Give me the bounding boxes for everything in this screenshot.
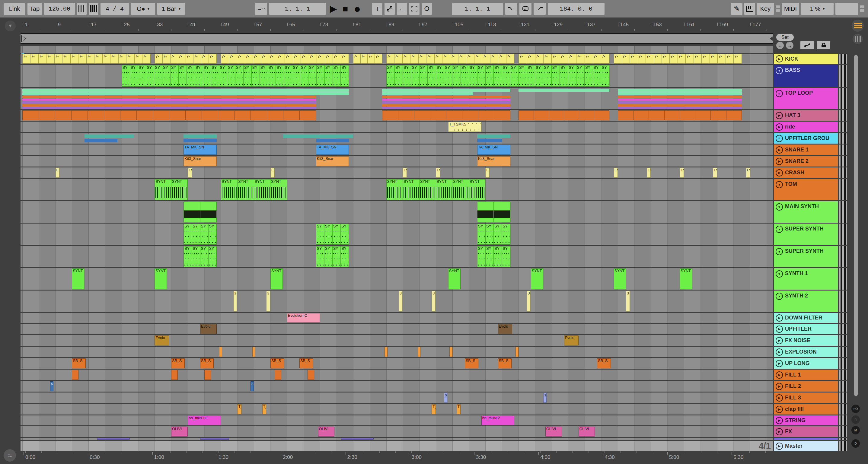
clip-cell[interactable]: SY	[316, 246, 324, 267]
play-icon[interactable]: ▶	[776, 123, 783, 131]
clip[interactable]: SYNT	[448, 268, 461, 289]
lane-fx-noise[interactable]: EvoluEvolu	[21, 335, 773, 346]
clip[interactable]: SYNT	[614, 268, 626, 289]
clip-cell[interactable]: SY	[130, 65, 138, 86]
clip[interactable]: Kit3_Snar	[316, 156, 349, 166]
clip-cell[interactable]	[137, 111, 153, 120]
clip-cell[interactable]: SY	[494, 65, 502, 86]
clip-cell[interactable]: 7-	[585, 54, 593, 63]
clip-cell[interactable]: SY	[333, 246, 341, 267]
track-header-top-loop[interactable]: ≡TOP LOOP	[774, 88, 838, 109]
clip-cell[interactable]: 7-	[134, 54, 143, 63]
clip-cell[interactable]	[695, 111, 711, 120]
clip[interactable]: Evolu	[200, 324, 217, 334]
reenable-automation-button[interactable]: ←	[397, 3, 407, 15]
play-icon[interactable]: ▶	[776, 326, 783, 333]
clip-group[interactable]: SYNTSYNTSYNTSYNTSYNTSYNT	[386, 179, 486, 200]
track-header-collapsed-track[interactable]	[774, 438, 838, 440]
fold-triangle-icon[interactable]: ▼	[776, 226, 783, 233]
clip[interactable]: SB_S	[498, 358, 512, 368]
clip[interactable]: Ev	[271, 168, 275, 178]
loop-start-field[interactable]: 1. 1. 1	[452, 3, 503, 15]
clip[interactable]: SYNT	[72, 268, 84, 289]
clip-cell[interactable]	[549, 111, 564, 120]
clip-cell[interactable]: SY	[494, 224, 502, 244]
lane-up-long[interactable]: SB_SSB_SSB_SSB_SSB_SSB_SSB_SSB_S	[21, 358, 773, 369]
clip-cell[interactable]: SY	[333, 65, 341, 86]
clip-cell[interactable]: SY	[324, 246, 333, 267]
clip[interactable]: SB_S	[72, 358, 85, 368]
clip-cell[interactable]	[414, 111, 430, 120]
clip[interactable]	[308, 370, 314, 380]
follow-link-button[interactable]	[800, 41, 814, 49]
loop-switch[interactable]: O	[422, 3, 432, 15]
clip-cell[interactable]: SY	[510, 65, 519, 86]
clip-cell[interactable]: 7-	[221, 54, 229, 63]
clip-cell[interactable]	[104, 111, 120, 120]
clip-cell[interactable]	[55, 111, 71, 120]
clip-cell[interactable]: 7-	[670, 54, 678, 63]
lane-snare-1[interactable]: TA_MK_SNTA_MK_SNTA_MK_SN	[21, 144, 773, 155]
clip-group[interactable]	[22, 110, 316, 120]
lock-envelopes-button[interactable]	[817, 41, 830, 49]
clip-cell[interactable]: 7-	[560, 54, 568, 63]
clip-cell[interactable]: 7-	[403, 54, 410, 63]
clip[interactable]: Ev	[403, 168, 407, 178]
clip-cell[interactable]: SYNT	[420, 179, 436, 200]
clip-cell[interactable]: SY	[308, 65, 317, 86]
clip-cell[interactable]: SY	[170, 65, 179, 86]
clip-cell[interactable]: SY	[211, 65, 219, 86]
clip[interactable]: Evolution C	[287, 313, 320, 323]
clip-cell[interactable]: 7-	[710, 54, 718, 63]
clip-cell[interactable]: SY	[184, 224, 192, 244]
clip-cell[interactable]	[39, 111, 55, 120]
clip-cell[interactable]	[153, 111, 169, 120]
clip-cell[interactable]: SY	[317, 65, 325, 86]
fold-triangle-icon[interactable]: ▼	[776, 248, 783, 255]
clip-cell[interactable]: SY	[341, 246, 349, 267]
lane-upfitler[interactable]: EvoluEvolu	[21, 324, 773, 334]
draw-mode-button[interactable]: ✎	[731, 3, 742, 15]
clip-cell[interactable]: SYNT	[238, 179, 254, 200]
clip[interactable]: 3	[233, 291, 237, 312]
clip-group[interactable]	[382, 110, 510, 120]
clip-cell[interactable]: 7-	[694, 54, 702, 63]
lane-string[interactable]: hn_mus12hn_mus12	[21, 416, 773, 425]
clip-cell[interactable]	[398, 111, 414, 120]
clip-cell[interactable]: SY	[552, 65, 560, 86]
clip-cell[interactable]: SY	[300, 65, 308, 86]
track-header-fill-2[interactable]: ▶FILL 2	[774, 381, 838, 392]
clip-cell[interactable]: 7-	[654, 54, 662, 63]
clip-cell[interactable]: SY	[179, 65, 187, 86]
track-header-hat-3[interactable]: ▶HAT 3	[774, 110, 838, 121]
clip-cell[interactable]: SY	[601, 65, 609, 86]
play-icon[interactable]: ▶	[776, 349, 783, 356]
group-icon[interactable]: ≡	[776, 135, 783, 142]
clip-cell[interactable]: 7-	[577, 54, 585, 63]
clip-cell[interactable]: 7-	[46, 54, 54, 63]
clip-cell[interactable]: 7-	[702, 54, 710, 63]
clip-cell[interactable]: SY	[560, 65, 568, 86]
clip-cell[interactable]: 7-	[126, 54, 134, 63]
track-header-fill-3[interactable]: ▶FILL 3	[774, 393, 838, 403]
clip-cell[interactable]: 7-	[535, 54, 544, 63]
clip[interactable]	[384, 347, 388, 357]
clip-cell[interactable]: 7-	[630, 54, 638, 63]
clip-cell[interactable]: SY	[341, 65, 349, 86]
clip-cell[interactable]	[23, 111, 39, 120]
clip[interactable]: SB_S	[271, 358, 284, 368]
clip-cell[interactable]: 7-	[193, 54, 201, 63]
cpu-meter[interactable]: 1 % ▾	[801, 3, 834, 15]
track-header-upfitler-grou[interactable]: ≡UPFITLER GROU	[774, 133, 838, 143]
clip-cell[interactable]: 7-	[519, 54, 527, 63]
clip[interactable]: s	[543, 393, 547, 403]
lane-super-synth-1[interactable]: SYSYSYSYSYSYSYSYSYSYSYSY	[21, 224, 773, 245]
clip-group[interactable]: SYSYSYSY	[477, 224, 510, 245]
clip-cell[interactable]	[664, 111, 680, 120]
clip-cell[interactable]	[169, 111, 186, 120]
mixer-toggle-r[interactable]: R	[851, 416, 860, 424]
clip-cell[interactable]: SY	[428, 65, 436, 86]
clip-cell[interactable]	[88, 111, 104, 120]
clip-cell[interactable]: 7-	[23, 54, 30, 63]
clip-cell[interactable]: SY	[585, 65, 593, 86]
